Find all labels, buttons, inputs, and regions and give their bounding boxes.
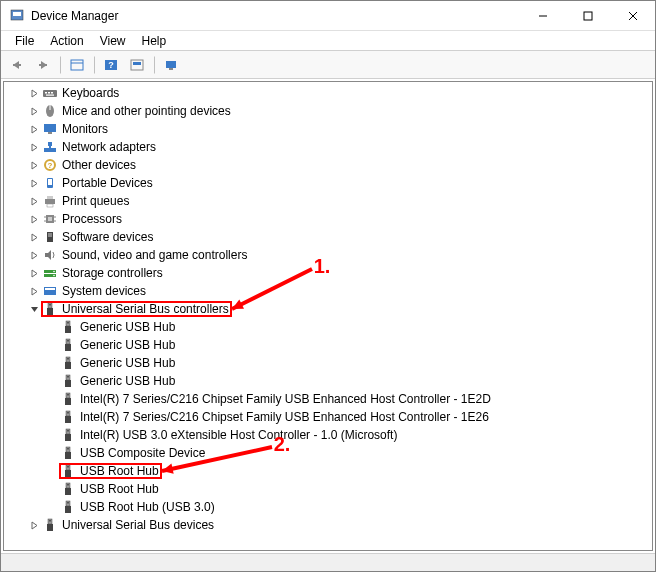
tree-item[interactable]: Processors	[4, 210, 652, 228]
tree-item[interactable]: USB Root Hub	[4, 480, 652, 498]
svg-rect-96	[68, 502, 69, 504]
expand-icon[interactable]	[28, 249, 40, 261]
tree-item[interactable]: Generic USB Hub	[4, 336, 652, 354]
maximize-button[interactable]	[565, 1, 610, 30]
usb-icon	[60, 356, 76, 370]
print-icon	[42, 194, 58, 208]
svg-rect-85	[66, 465, 70, 470]
svg-rect-36	[48, 217, 52, 221]
svg-rect-32	[45, 199, 55, 204]
properties-button[interactable]	[65, 54, 89, 76]
expand-icon[interactable]	[28, 519, 40, 531]
expand-icon[interactable]	[28, 285, 40, 297]
tree-item[interactable]: System devices	[4, 282, 652, 300]
expand-icon[interactable]	[28, 267, 40, 279]
tree-item[interactable]: Keyboards	[4, 84, 652, 102]
menu-file[interactable]: File	[7, 32, 42, 50]
expand-icon[interactable]	[28, 231, 40, 243]
device-tree[interactable]: KeyboardsMice and other pointing devices…	[3, 81, 653, 551]
svg-rect-72	[68, 394, 69, 396]
minimize-button[interactable]	[520, 1, 565, 30]
tree-item-label: Universal Serial Bus controllers	[62, 302, 229, 316]
mouse-icon	[42, 104, 58, 118]
svg-rect-66	[65, 380, 71, 387]
menu-action[interactable]: Action	[42, 32, 91, 50]
svg-rect-90	[65, 488, 71, 495]
tree-item[interactable]: Intel(R) 7 Series/C216 Chipset Family US…	[4, 408, 652, 426]
tree-item[interactable]: Print queues	[4, 192, 652, 210]
svg-rect-58	[65, 344, 71, 351]
svg-rect-64	[68, 358, 69, 360]
tree-item[interactable]: Universal Serial Bus controllers	[4, 300, 652, 318]
tree-item-label: Generic USB Hub	[80, 338, 175, 352]
tree-item[interactable]: Network adapters	[4, 138, 652, 156]
expand-icon[interactable]	[28, 159, 40, 171]
tree-item[interactable]: Storage controllers	[4, 264, 652, 282]
tree-item[interactable]: Portable Devices	[4, 174, 652, 192]
close-button[interactable]	[610, 1, 655, 30]
tree-item[interactable]: Software devices	[4, 228, 652, 246]
tree-item-label: Mice and other pointing devices	[62, 104, 231, 118]
usb-icon	[42, 302, 58, 316]
svg-rect-24	[48, 132, 52, 134]
expand-icon[interactable]	[28, 87, 40, 99]
expand-icon[interactable]	[28, 195, 40, 207]
svg-rect-98	[47, 524, 53, 531]
scan-button[interactable]	[125, 54, 149, 76]
svg-rect-13	[133, 62, 141, 65]
tree-item-label: Generic USB Hub	[80, 356, 175, 370]
svg-rect-93	[66, 501, 70, 506]
tree-item[interactable]: USB Composite Device	[4, 444, 652, 462]
help-button[interactable]: ?	[99, 54, 123, 76]
svg-rect-92	[68, 484, 69, 486]
tree-item[interactable]: Intel(R) 7 Series/C216 Chipset Family US…	[4, 390, 652, 408]
tree-item-label: Keyboards	[62, 86, 119, 100]
svg-rect-79	[67, 430, 68, 432]
usb-icon	[60, 410, 76, 424]
tree-item[interactable]: ?Other devices	[4, 156, 652, 174]
show-hidden-button[interactable]	[159, 54, 183, 76]
expand-icon[interactable]	[28, 105, 40, 117]
collapse-icon[interactable]	[28, 303, 40, 315]
expand-icon[interactable]	[28, 123, 40, 135]
tree-item[interactable]: USB Root Hub (USB 3.0)	[4, 498, 652, 516]
tree-item[interactable]: Monitors	[4, 120, 652, 138]
svg-rect-50	[47, 308, 53, 315]
svg-rect-49	[48, 303, 52, 308]
tree-item[interactable]: Generic USB Hub	[4, 372, 652, 390]
svg-rect-7	[39, 64, 47, 66]
tree-item[interactable]: USB Root Hub	[4, 462, 652, 480]
keyboard-icon	[42, 86, 58, 100]
other-icon: ?	[42, 158, 58, 172]
svg-rect-62	[65, 362, 71, 369]
back-button[interactable]	[5, 54, 29, 76]
svg-rect-14	[166, 61, 176, 68]
svg-rect-69	[66, 393, 70, 398]
usb-icon	[60, 320, 76, 334]
tree-item[interactable]: Generic USB Hub	[4, 354, 652, 372]
forward-button[interactable]	[31, 54, 55, 76]
tree-item[interactable]: Mice and other pointing devices	[4, 102, 652, 120]
svg-rect-57	[66, 339, 70, 344]
svg-rect-52	[50, 304, 51, 306]
tree-item[interactable]: Intel(R) USB 3.0 eXtensible Host Control…	[4, 426, 652, 444]
no-expander	[46, 447, 58, 459]
svg-rect-15	[169, 68, 173, 70]
titlebar: Device Manager	[1, 1, 655, 31]
svg-rect-33	[47, 196, 53, 199]
svg-rect-3	[584, 12, 592, 20]
tree-item[interactable]: Generic USB Hub	[4, 318, 652, 336]
menu-view[interactable]: View	[92, 32, 134, 50]
expand-icon[interactable]	[28, 213, 40, 225]
usb-icon	[60, 464, 76, 478]
tree-item[interactable]: Universal Serial Bus devices	[4, 516, 652, 534]
svg-rect-83	[67, 448, 68, 450]
svg-rect-84	[68, 448, 69, 450]
svg-rect-68	[68, 376, 69, 378]
expand-icon[interactable]	[28, 177, 40, 189]
expand-icon[interactable]	[28, 141, 40, 153]
tree-item[interactable]: Sound, video and game controllers	[4, 246, 652, 264]
no-expander	[46, 321, 58, 333]
usb-icon	[60, 500, 76, 514]
menu-help[interactable]: Help	[134, 32, 175, 50]
